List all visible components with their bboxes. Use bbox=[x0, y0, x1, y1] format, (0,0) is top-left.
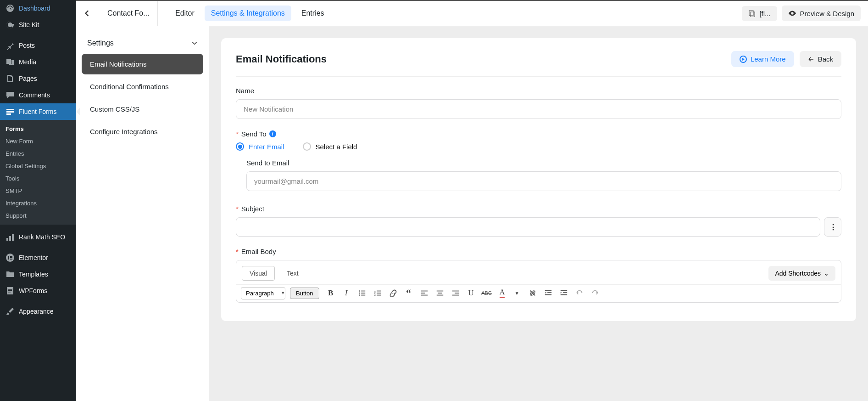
sidebar-item-elementor[interactable]: Elementor bbox=[0, 249, 76, 266]
google-icon bbox=[6, 20, 15, 29]
settings-item-conditional[interactable]: Conditional Confirmations bbox=[82, 76, 203, 97]
align-right-tool[interactable] bbox=[449, 287, 462, 299]
gauge-icon bbox=[6, 4, 15, 13]
svg-rect-40 bbox=[545, 290, 551, 291]
content-area: Email Notifications Learn More Back Name bbox=[209, 26, 868, 401]
svg-rect-21 bbox=[361, 293, 365, 294]
redo-tool[interactable] bbox=[588, 287, 602, 299]
svg-rect-30 bbox=[421, 291, 427, 292]
svg-rect-19 bbox=[361, 291, 365, 292]
sub-tools[interactable]: Tools bbox=[0, 172, 76, 185]
svg-point-22 bbox=[359, 294, 360, 296]
sub-smtp[interactable]: SMTP bbox=[0, 185, 76, 197]
page-title: Email Notifications bbox=[236, 53, 327, 65]
sub-newform[interactable]: New Form bbox=[0, 135, 76, 147]
bold-tool[interactable]: B bbox=[324, 287, 338, 299]
flag-button[interactable]: [fl... bbox=[742, 6, 777, 21]
info-icon[interactable]: i bbox=[269, 130, 276, 137]
tab-settings[interactable]: Settings & Integrations bbox=[205, 6, 291, 21]
radio-icon bbox=[236, 142, 244, 151]
svg-rect-5 bbox=[12, 234, 14, 241]
radio-icon bbox=[303, 142, 311, 151]
outdent-tool[interactable] bbox=[541, 287, 555, 299]
settings-item-integrations[interactable]: Configure Integrations bbox=[82, 121, 203, 142]
subject-input[interactable] bbox=[236, 217, 820, 237]
svg-rect-38 bbox=[452, 295, 458, 296]
editor-tab-visual[interactable]: Visual bbox=[242, 266, 275, 281]
sidebar-item-comments[interactable]: Comments bbox=[0, 87, 76, 103]
svg-rect-35 bbox=[436, 295, 443, 296]
sub-integrations[interactable]: Integrations bbox=[0, 197, 76, 209]
sidebar-item-media[interactable]: Media bbox=[0, 54, 76, 70]
settings-item-css[interactable]: Custom CSS/JS bbox=[82, 99, 203, 119]
tab-entries[interactable]: Entries bbox=[295, 6, 331, 21]
sub-forms[interactable]: Forms bbox=[0, 123, 76, 135]
play-circle-icon bbox=[740, 56, 747, 63]
copy-icon bbox=[748, 10, 756, 17]
settings-item-email[interactable]: Email Notifications bbox=[82, 54, 203, 74]
align-left-tool[interactable] bbox=[417, 287, 431, 299]
add-shortcodes-button[interactable]: Add Shortcodes ⌄ bbox=[768, 266, 835, 281]
settings-heading-row[interactable]: Settings bbox=[76, 30, 209, 54]
sidebar-item-wpforms[interactable]: WPForms bbox=[0, 282, 76, 299]
preview-button[interactable]: Preview & Design bbox=[782, 6, 861, 21]
svg-text:3: 3 bbox=[374, 294, 375, 296]
svg-rect-0 bbox=[6, 109, 14, 110]
quote-tool[interactable]: “ bbox=[402, 287, 416, 299]
radio-select-field[interactable]: Select a Field bbox=[303, 142, 357, 151]
underline-tool[interactable]: U bbox=[464, 287, 478, 299]
editor-tab-text[interactable]: Text bbox=[279, 266, 306, 280]
svg-rect-12 bbox=[8, 289, 12, 290]
svg-rect-34 bbox=[438, 293, 442, 294]
text-color-chevron[interactable]: ▼ bbox=[510, 287, 524, 299]
subject-more-button[interactable]: ⋮ bbox=[824, 217, 841, 237]
sidebar-item-posts[interactable]: Posts bbox=[0, 37, 76, 54]
body-layout: Settings Email Notifications Conditional… bbox=[76, 26, 868, 401]
back-button[interactable]: Back bbox=[800, 51, 841, 67]
sidebar-item-rankmath[interactable]: Rank Math SEO bbox=[0, 229, 76, 245]
sidebar-label: Elementor bbox=[19, 254, 48, 261]
sidebar-label: Comments bbox=[19, 91, 50, 99]
sidebar-item-sitekit[interactable]: Site Kit bbox=[0, 17, 76, 33]
svg-rect-13 bbox=[8, 290, 12, 291]
brush-icon bbox=[6, 307, 15, 316]
text-color-tool[interactable]: A bbox=[495, 287, 509, 299]
sidebar-item-pages[interactable]: Pages bbox=[0, 70, 76, 87]
sidebar-item-templates[interactable]: Templates bbox=[0, 266, 76, 282]
bullet-list-tool[interactable] bbox=[355, 287, 369, 299]
settings-heading: Settings bbox=[87, 39, 114, 47]
sidebar-item-fluentforms[interactable]: Fluent Forms bbox=[0, 103, 76, 120]
sidebar-label: Site Kit bbox=[19, 21, 39, 28]
indent-tool[interactable] bbox=[557, 287, 571, 299]
sidebar-label: Appearance bbox=[19, 308, 54, 315]
radio-enter-email[interactable]: Enter Email bbox=[236, 142, 284, 151]
name-input[interactable] bbox=[236, 99, 841, 119]
sidebar-item-dashboard[interactable]: Dashboard bbox=[0, 0, 76, 17]
link-tool[interactable] bbox=[386, 287, 400, 299]
tab-editor[interactable]: Editor bbox=[169, 6, 201, 21]
breadcrumb[interactable]: Contact Fo... bbox=[98, 1, 158, 26]
sidebar-item-appearance[interactable]: Appearance bbox=[0, 303, 76, 320]
back-chevron-button[interactable] bbox=[76, 1, 98, 26]
clear-format-tool[interactable] bbox=[526, 287, 540, 299]
svg-point-18 bbox=[359, 290, 360, 292]
learn-more-button[interactable]: Learn More bbox=[731, 51, 794, 67]
send-email-input[interactable] bbox=[246, 171, 841, 191]
italic-tool[interactable]: I bbox=[339, 287, 353, 299]
numbered-list-tool[interactable]: 123 bbox=[371, 287, 384, 299]
svg-rect-37 bbox=[455, 293, 459, 294]
svg-rect-4 bbox=[9, 236, 11, 241]
elementor-icon bbox=[6, 253, 15, 262]
sub-entries[interactable]: Entries bbox=[0, 147, 76, 160]
pin-icon bbox=[6, 41, 15, 50]
align-center-tool[interactable] bbox=[433, 287, 447, 299]
card: Email Notifications Learn More Back Name bbox=[221, 38, 856, 321]
svg-rect-44 bbox=[563, 292, 567, 293]
strikethrough-tool[interactable]: ABC bbox=[480, 287, 494, 299]
sidebar-submenu: Forms New Form Entries Global Settings T… bbox=[0, 120, 76, 225]
insert-button-tool[interactable]: Button bbox=[290, 288, 319, 299]
sub-global[interactable]: Global Settings bbox=[0, 160, 76, 172]
undo-tool[interactable] bbox=[573, 287, 586, 299]
paragraph-select[interactable]: Paragraph bbox=[241, 287, 285, 299]
sub-support[interactable]: Support bbox=[0, 209, 76, 222]
